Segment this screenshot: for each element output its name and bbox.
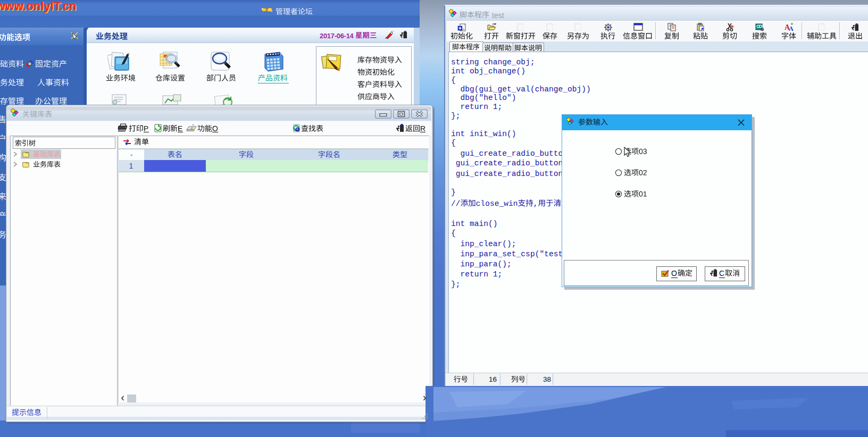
svg-text:A: A: [789, 25, 794, 31]
